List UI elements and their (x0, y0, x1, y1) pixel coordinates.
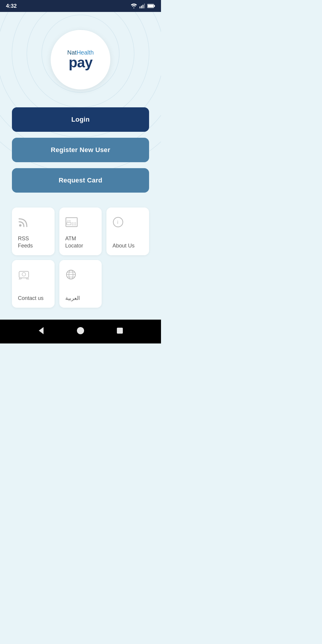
svg-point-14 (19, 224, 21, 227)
battery-icon (147, 4, 155, 8)
recents-button[interactable] (115, 326, 125, 337)
bottom-nav (0, 320, 161, 343)
svg-rect-18 (72, 222, 74, 224)
svg-text:ATM: ATM (67, 220, 71, 222)
signal-icon (140, 4, 145, 8)
svg-rect-17 (67, 222, 71, 225)
arabic-label: العربية (65, 295, 80, 302)
svg-rect-19 (74, 222, 76, 224)
svg-rect-33 (117, 328, 123, 334)
logo-container: NatHealth pay (51, 30, 110, 89)
logo-pay-text: pay (69, 55, 92, 70)
svg-rect-6 (148, 5, 154, 7)
svg-rect-0 (140, 7, 140, 8)
svg-point-32 (77, 327, 84, 334)
rss-feeds-card[interactable]: RSSFeeds (12, 208, 55, 255)
atm-locator-label: ATMLocator (65, 235, 83, 249)
contact-us-card[interactable]: Contact us (12, 260, 55, 308)
wifi-icon (131, 4, 137, 8)
status-icons (131, 4, 155, 8)
login-button[interactable]: Login (12, 107, 149, 132)
back-button[interactable] (36, 326, 46, 337)
main-content: NatHealth pay Login Register New User Re… (0, 12, 161, 320)
grid-row-1: RSSFeeds ATM ATMLocator (12, 208, 149, 255)
atm-locator-card[interactable]: ATM ATMLocator (59, 208, 102, 255)
grid-row-2: Contact us العربية (12, 260, 149, 308)
rss-icon (18, 216, 29, 229)
about-us-label: About Us (112, 242, 134, 249)
svg-rect-3 (144, 4, 145, 8)
register-button[interactable]: Register New User (12, 138, 149, 162)
contact-us-label: Contact us (18, 295, 44, 302)
about-us-card[interactable]: i About Us (106, 208, 149, 255)
info-icon: i (112, 216, 124, 229)
svg-marker-31 (39, 327, 44, 334)
svg-point-25 (22, 273, 26, 276)
svg-rect-2 (143, 5, 143, 8)
svg-text:i: i (117, 220, 118, 225)
svg-rect-21 (74, 224, 76, 225)
buttons-section: Login Register New User Request Card (12, 107, 149, 193)
request-card-button[interactable]: Request Card (12, 168, 149, 193)
svg-rect-20 (72, 224, 74, 225)
arabic-card[interactable]: العربية (59, 260, 102, 308)
status-time: 4:32 (6, 3, 17, 9)
svg-rect-1 (141, 6, 142, 8)
globe-icon (65, 269, 77, 281)
atm-icon: ATM (65, 216, 78, 229)
rss-feeds-label: RSSFeeds (18, 235, 33, 249)
logo-circle: NatHealth pay (51, 30, 110, 89)
phone-icon (18, 269, 30, 281)
svg-rect-5 (154, 5, 155, 7)
home-button[interactable] (76, 326, 85, 337)
status-bar: 4:32 (0, 0, 161, 12)
